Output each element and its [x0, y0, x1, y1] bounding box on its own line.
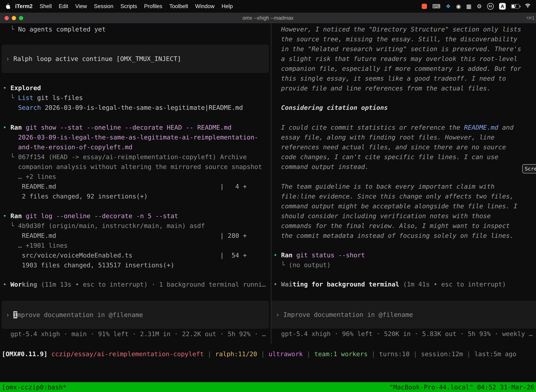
- agents-note-line: └ No agents completed yet: [3, 24, 269, 34]
- tree-branch-glyph: └: [281, 261, 289, 269]
- right-terminal-pane[interactable]: However, I noticed the "Directory Struct…: [271, 23, 536, 344]
- git-status-header: • Ran git status --short: [273, 250, 533, 260]
- menu-edit[interactable]: Edit: [55, 3, 72, 9]
- omx-status-bar: [OMX#0.11.9] cczip/essay/ai-reimplementa…: [0, 349, 536, 359]
- menubar-status-icons: ⌨ ❖ ◉ ▦ ⚙ 61 A ↯: [422, 3, 531, 10]
- tool-keyword: Search: [18, 104, 45, 111]
- apps-grid-icon[interactable]: ▦: [466, 4, 471, 9]
- inject-message-box[interactable]: › Ralph loop active continue [OMX_TMUX_I…: [2, 45, 269, 73]
- text-cursor: I: [13, 311, 17, 318]
- bullet: •: [273, 281, 281, 288]
- git-log-header: • Ran git log --oneline --decorate -n 5 …: [3, 211, 269, 221]
- menu-profiles[interactable]: Profiles: [140, 3, 166, 9]
- right-session-status: gpt-5.4 xhigh · 96% left · 520K in · 5.8…: [273, 329, 533, 339]
- battery-icon[interactable]: ↯: [511, 4, 519, 9]
- tree-branch-glyph: └: [10, 94, 18, 101]
- prompt-chevron: ›: [6, 311, 13, 318]
- thinking-paragraph-2: I could cite commit statistics or refere…: [273, 123, 525, 172]
- tmux-host-clock: "MacBook-Pro-44.local" 04:52 31-Mar-26: [389, 383, 534, 391]
- screen-edge-tab[interactable]: Scre: [522, 164, 536, 173]
- zoom-button[interactable]: [19, 16, 23, 20]
- minimize-button[interactable]: [12, 16, 16, 20]
- menu-toolbelt[interactable]: Toolbelt: [166, 3, 192, 9]
- tool-keyword: List: [18, 94, 37, 101]
- close-button[interactable]: [5, 16, 9, 20]
- traffic-lights: [5, 16, 23, 20]
- command-text: git log --oneline --decorate -n 5 --stat: [26, 212, 178, 219]
- git-show-command-wrap2: and-the-erosion-of-copyleft.md: [3, 142, 269, 152]
- apple-logo-icon[interactable]: [5, 4, 10, 9]
- git-show-summary: 2 files changed, 92 insertions(+): [3, 191, 269, 201]
- tmux-session-window[interactable]: [omx-cczip0:bash*: [2, 383, 67, 391]
- tree-branch-glyph: └: [10, 153, 18, 160]
- omx-team: team:1 workers: [314, 350, 368, 358]
- green-bullet: •: [273, 252, 281, 259]
- readme-link[interactable]: README.md: [464, 124, 498, 131]
- wifi-icon[interactable]: [525, 3, 531, 9]
- ghost-text: Improve documentation in @filename: [283, 311, 413, 318]
- menu-scripts[interactable]: Scripts: [117, 3, 141, 9]
- command-text: git status --short: [296, 252, 365, 259]
- working-label-dim: king: [22, 281, 37, 288]
- omx-version: [OMX#0.11.9]: [2, 350, 51, 358]
- left-input-line: › Improve documentation in @filename: [6, 310, 143, 320]
- waiting-detail: (1m 41s • esc to interrupt): [399, 281, 506, 288]
- thinking-paragraph-1: However, I noticed the "Directory Struct…: [273, 24, 525, 93]
- thinking-paragraph-3: The team guideline is to back every impo…: [273, 182, 525, 241]
- window-titlebar: omx --xhigh --madmax ⌥⌘1: [0, 13, 536, 23]
- git-status-output: └ (no output): [273, 260, 533, 270]
- bullet: •: [3, 281, 10, 288]
- tmux-status-bar: [omx-cczip0:bash* "MacBook-Pro-44.local"…: [0, 382, 536, 392]
- ghost-text: mprove documentation in @filename: [17, 311, 143, 318]
- screen-recording-indicator-icon[interactable]: [422, 4, 427, 9]
- menu-session[interactable]: Session: [90, 3, 117, 9]
- git-log-more-lines: … +1901 lines: [3, 241, 269, 250]
- git-show-stat-readme: README.md | 4 +: [3, 182, 269, 191]
- git-log-output-1: └ 4b9d30f (origin/main, instructkr/main,…: [3, 221, 269, 231]
- bullet: •: [3, 84, 10, 92]
- thinking-heading: Considering citation options: [273, 103, 533, 112]
- window-title: omx --xhigh --madmax: [0, 15, 536, 21]
- green-bullet: •: [3, 124, 10, 131]
- omx-ralph-counter: ralph:11/20: [215, 350, 257, 358]
- omx-turns: turns:10: [379, 350, 410, 358]
- right-input-line: › Improve documentation in @filename: [276, 310, 413, 320]
- menu-window[interactable]: Window: [192, 3, 218, 9]
- menu-shell[interactable]: Shell: [36, 3, 55, 9]
- inject-message-line: › Ralph loop active continue [OMX_TMUX_I…: [6, 54, 181, 64]
- omx-last-activity: last:5m ago: [474, 350, 516, 358]
- working-status-line: • Working (11m 13s • esc to interrupt) ·…: [3, 280, 269, 289]
- letter-a-icon[interactable]: A: [499, 3, 506, 10]
- tree-branch-glyph: └: [10, 222, 18, 229]
- git-log-stat-voice: src/voice/voiceModeEnabled.ts | 54 +: [3, 250, 269, 260]
- left-prompt-input[interactable]: › Improve documentation in @filename: [2, 301, 269, 329]
- menu-view[interactable]: View: [72, 3, 91, 9]
- omx-mode: ultrawork: [268, 350, 303, 358]
- working-label-bright: Wor: [10, 281, 22, 288]
- keyboard-icon[interactable]: ⌨: [432, 4, 440, 9]
- working-detail: (11m 13s • esc to interrupt) · 1 backgro…: [37, 281, 266, 288]
- gear-icon[interactable]: ⚙: [477, 4, 482, 9]
- git-show-output-1: └ 067f154 (HEAD -> essay/ai-reimplementa…: [3, 152, 269, 162]
- tree-branch-glyph: └: [10, 26, 18, 33]
- left-terminal-pane[interactable]: └ No agents completed yet › Ralph loop a…: [0, 23, 271, 344]
- git-log-summary: 1903 files changed, 513517 insertions(+): [3, 260, 269, 270]
- green-bullet: •: [3, 212, 10, 219]
- terminal-split: └ No agents completed yet › Ralph loop a…: [0, 23, 536, 344]
- charging-bolt-icon: ↯: [513, 4, 517, 9]
- git-show-header: • Ran git show --stat --oneline --decora…: [3, 123, 269, 132]
- prompt-chevron: ›: [6, 55, 13, 62]
- docker-icon[interactable]: ❖: [446, 4, 451, 9]
- git-show-more-lines: … +2 lines: [3, 172, 269, 182]
- waiting-status-line: • Waiting for background terminal (1m 41…: [273, 280, 533, 289]
- omx-session-time: session:12m: [421, 350, 463, 358]
- battery-percentage-badge[interactable]: 61: [487, 3, 494, 10]
- explored-search-line: Search 2026-03-09-is-legal-the-same-as-l…: [3, 103, 269, 112]
- prompt-chevron: ›: [276, 311, 283, 318]
- github-icon[interactable]: ◉: [456, 4, 461, 9]
- menu-help[interactable]: Help: [218, 3, 236, 9]
- git-log-stat-readme: README.md | 280 +: [3, 231, 269, 241]
- waiting-label-bright: ting for background terminal: [292, 281, 399, 288]
- menubar-app-name[interactable]: iTerm2: [13, 3, 36, 9]
- right-prompt-input[interactable]: › Improve documentation in @filename: [272, 301, 536, 328]
